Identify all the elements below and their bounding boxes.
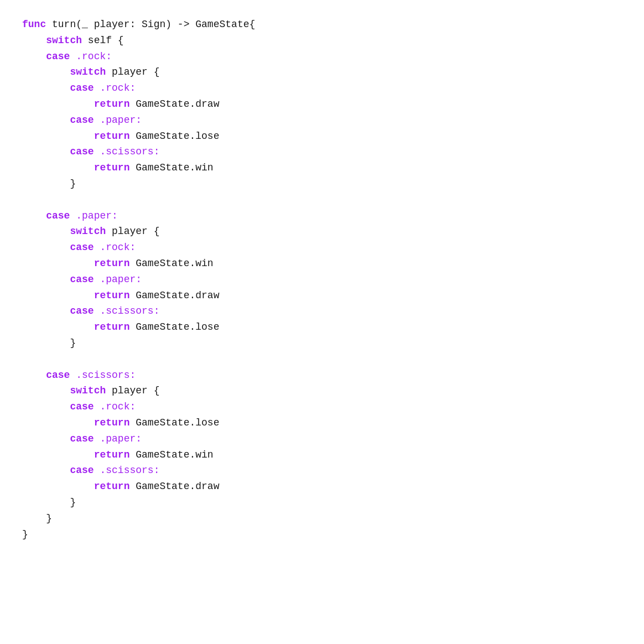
code-line: case .rock: <box>22 80 622 96</box>
plain-text: GameState.lose <box>129 321 219 333</box>
plain-text: GameState.win <box>129 162 213 173</box>
dot-value: .paper: <box>94 433 142 444</box>
keyword: case <box>46 51 70 62</box>
code-line: case .rock: <box>22 399 622 415</box>
plain-text: } <box>70 337 76 349</box>
dot-value: .paper: <box>94 274 142 285</box>
code-line: switch player { <box>22 64 622 80</box>
keyword: case <box>70 115 94 126</box>
keyword: case <box>70 401 94 412</box>
keyword: case <box>70 82 94 94</box>
keyword: return <box>94 131 130 142</box>
dot-value: .scissors: <box>94 305 160 316</box>
code-line: } <box>22 335 622 351</box>
dot-value: .paper: <box>70 210 117 221</box>
code-line: } <box>22 511 622 527</box>
code-line: return GameState.lose <box>22 128 622 144</box>
code-line: return GameState.lose <box>22 319 622 335</box>
plain-text: GameState.win <box>129 449 213 460</box>
code-line: return GameState.draw <box>22 288 622 304</box>
plain-text: player { <box>106 226 159 237</box>
dot-value: .rock: <box>94 242 136 253</box>
code-line: case .rock: <box>22 240 622 256</box>
code-line: func turn(_ player: Sign) -> GameState{ <box>22 17 622 33</box>
dot-value: .rock: <box>70 51 112 62</box>
code-editor: func turn(_ player: Sign) -> GameState{ … <box>22 17 622 542</box>
code-line: } <box>22 176 622 192</box>
plain-text: turn(_ player: Sign) -> GameState{ <box>46 19 255 30</box>
code-line: case .scissors: <box>22 144 622 160</box>
code-line <box>22 192 622 208</box>
keyword: switch <box>70 385 106 396</box>
keyword: return <box>94 481 130 492</box>
code-line: case .scissors: <box>22 463 622 479</box>
code-line: } <box>22 527 622 543</box>
keyword: case <box>70 242 94 253</box>
code-line: return GameState.win <box>22 256 622 272</box>
dot-value: .rock: <box>94 401 136 412</box>
plain-text: GameState.lose <box>129 417 219 428</box>
code-line: } <box>22 495 622 511</box>
keyword: case <box>70 274 94 285</box>
keyword: switch <box>70 66 106 77</box>
code-line: case .scissors: <box>22 303 622 319</box>
code-line: switch self { <box>22 33 622 49</box>
code-line: return GameState.win <box>22 160 622 176</box>
code-line: case .paper: <box>22 208 622 224</box>
dot-value: .scissors: <box>94 465 160 476</box>
code-line: switch player { <box>22 383 622 399</box>
keyword: case <box>70 465 94 476</box>
keyword: switch <box>46 35 82 46</box>
keyword: func <box>22 19 46 30</box>
keyword: return <box>94 162 130 173</box>
code-line: return GameState.draw <box>22 96 622 112</box>
plain-text: } <box>22 529 28 540</box>
plain-text: GameState.lose <box>129 131 219 142</box>
code-line: case .paper: <box>22 112 622 128</box>
plain-text: GameState.draw <box>129 481 219 492</box>
code-line: case .paper: <box>22 272 622 288</box>
keyword: case <box>46 210 70 221</box>
keyword: return <box>94 417 130 428</box>
plain-text: self { <box>82 35 124 46</box>
plain-text: } <box>70 497 76 508</box>
dot-value: .paper: <box>94 115 142 126</box>
plain-text: GameState.draw <box>129 98 219 110</box>
plain-text: player { <box>106 385 159 396</box>
code-line: switch player { <box>22 224 622 240</box>
code-line: return GameState.win <box>22 447 622 463</box>
keyword: return <box>94 449 130 460</box>
code-line: return GameState.lose <box>22 415 622 431</box>
keyword: return <box>94 321 130 333</box>
keyword: case <box>70 433 94 444</box>
plain-text: player { <box>106 66 159 77</box>
keyword: case <box>70 146 94 157</box>
plain-text: } <box>46 513 52 524</box>
dot-value: .scissors: <box>94 146 160 157</box>
keyword: switch <box>70 226 106 237</box>
keyword: case <box>70 305 94 316</box>
dot-value: .scissors: <box>70 370 136 381</box>
code-line: case .rock: <box>22 49 622 65</box>
dot-value: .rock: <box>94 82 136 94</box>
code-line: case .scissors: <box>22 367 622 383</box>
code-line: return GameState.draw <box>22 479 622 495</box>
keyword: case <box>46 370 70 381</box>
plain-text: GameState.draw <box>129 290 219 301</box>
code-line <box>22 351 622 367</box>
keyword: return <box>94 258 130 269</box>
plain-text: } <box>70 178 76 189</box>
plain-text: GameState.win <box>129 258 213 269</box>
keyword: return <box>94 98 130 110</box>
keyword: return <box>94 290 130 301</box>
code-line: case .paper: <box>22 431 622 447</box>
